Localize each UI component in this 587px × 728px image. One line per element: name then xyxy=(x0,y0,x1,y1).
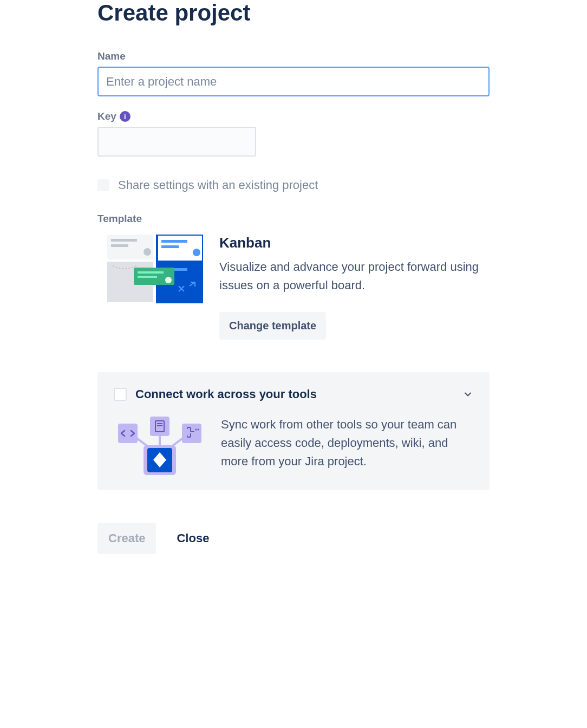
share-settings-row[interactable]: Share settings with an existing project xyxy=(97,178,490,192)
template-section-label: Template xyxy=(97,213,490,225)
svg-rect-2 xyxy=(111,244,128,247)
name-label: Name xyxy=(97,50,490,62)
connect-panel: Connect work across your tools xyxy=(97,372,490,490)
share-settings-checkbox[interactable] xyxy=(97,179,109,191)
svg-rect-18 xyxy=(157,423,162,424)
svg-rect-12 xyxy=(138,271,164,274)
kanban-thumbnail xyxy=(97,235,203,305)
connect-header[interactable]: Connect work across your tools xyxy=(114,387,473,401)
svg-rect-20 xyxy=(182,424,201,443)
svg-point-3 xyxy=(144,248,151,256)
template-description: Visualize and advance your project forwa… xyxy=(219,258,490,295)
svg-point-14 xyxy=(165,277,172,283)
change-template-button[interactable]: Change template xyxy=(219,312,326,340)
svg-rect-19 xyxy=(157,425,162,426)
connect-title: Connect work across your tools xyxy=(135,387,454,401)
svg-rect-1 xyxy=(111,239,137,242)
chevron-down-icon[interactable] xyxy=(462,389,473,400)
svg-point-21 xyxy=(195,429,197,431)
template-name: Kanban xyxy=(219,235,490,251)
name-input[interactable] xyxy=(97,67,490,96)
svg-point-8 xyxy=(193,249,200,256)
info-icon[interactable]: i xyxy=(120,111,131,122)
page-title: Create project xyxy=(97,0,490,26)
connect-description: Sync work from other tools so your team … xyxy=(221,415,473,471)
svg-rect-7 xyxy=(161,245,179,248)
svg-rect-13 xyxy=(138,276,157,278)
key-label-text: Key xyxy=(97,110,116,122)
create-button[interactable]: Create xyxy=(97,523,156,554)
svg-rect-6 xyxy=(161,240,187,243)
svg-point-22 xyxy=(198,429,199,431)
close-button[interactable]: Close xyxy=(172,523,213,554)
key-input[interactable] xyxy=(97,127,256,157)
share-settings-label: Share settings with an existing project xyxy=(118,178,318,192)
connect-checkbox[interactable] xyxy=(114,388,127,401)
key-label: Key i xyxy=(97,110,490,122)
connect-illustration xyxy=(114,415,206,475)
